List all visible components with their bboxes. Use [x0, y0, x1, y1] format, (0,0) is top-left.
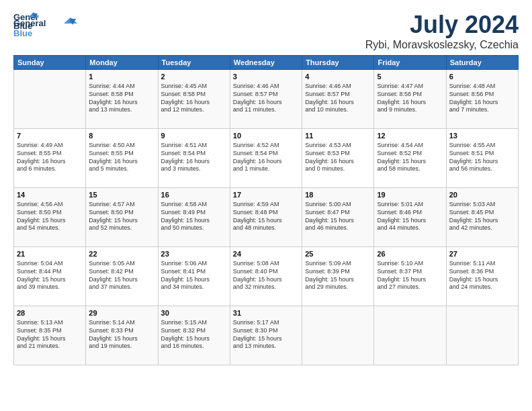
day-info: Sunrise: 5:10 AMSunset: 8:37 PMDaylight:… — [377, 260, 443, 292]
day-number: 10 — [233, 131, 299, 141]
week-row-5: 28Sunrise: 5:13 AMSunset: 8:35 PMDayligh… — [14, 306, 519, 365]
day-number: 2 — [161, 72, 227, 82]
calendar-cell: 26Sunrise: 5:10 AMSunset: 8:37 PMDayligh… — [374, 247, 446, 306]
day-info: Sunrise: 5:03 AMSunset: 8:45 PMDaylight:… — [449, 201, 515, 233]
day-info: Sunrise: 4:45 AMSunset: 8:58 PMDaylight:… — [161, 83, 227, 115]
day-info: Sunrise: 5:04 AMSunset: 8:44 PMDaylight:… — [17, 260, 83, 292]
day-info: Sunrise: 5:09 AMSunset: 8:39 PMDaylight:… — [305, 260, 371, 292]
day-number: 17 — [233, 190, 299, 200]
day-info: Sunrise: 5:13 AMSunset: 8:35 PMDaylight:… — [17, 319, 83, 351]
day-info: Sunrise: 4:53 AMSunset: 8:53 PMDaylight:… — [305, 142, 371, 174]
day-number: 31 — [233, 308, 299, 318]
calendar-cell — [374, 306, 446, 365]
day-info: Sunrise: 5:05 AMSunset: 8:42 PMDaylight:… — [89, 260, 154, 292]
col-thursday: Thursday — [302, 56, 374, 70]
calendar-cell: 8Sunrise: 4:50 AMSunset: 8:55 PMDaylight… — [86, 129, 158, 188]
day-info: Sunrise: 5:14 AMSunset: 8:33 PMDaylight:… — [89, 319, 154, 351]
calendar-cell: 24Sunrise: 5:08 AMSunset: 8:40 PMDayligh… — [230, 247, 302, 306]
calendar-cell — [302, 306, 374, 365]
calendar-cell: 10Sunrise: 4:52 AMSunset: 8:54 PMDayligh… — [230, 129, 302, 188]
day-number: 18 — [305, 190, 371, 200]
day-number: 22 — [89, 249, 154, 259]
subtitle: Rybi, Moravskoslezsky, Czechia — [365, 39, 519, 51]
day-number: 14 — [17, 190, 83, 200]
col-sunday: Sunday — [14, 56, 86, 70]
col-wednesday: Wednesday — [230, 56, 302, 70]
day-number: 29 — [89, 308, 154, 318]
day-number: 27 — [449, 249, 515, 259]
day-info: Sunrise: 4:47 AMSunset: 8:56 PMDaylight:… — [377, 83, 443, 115]
calendar-cell: 28Sunrise: 5:13 AMSunset: 8:35 PMDayligh… — [14, 306, 86, 365]
day-number: 20 — [449, 190, 515, 200]
day-info: Sunrise: 4:55 AMSunset: 8:51 PMDaylight:… — [449, 142, 515, 174]
day-number: 11 — [305, 131, 371, 141]
calendar-cell: 5Sunrise: 4:47 AMSunset: 8:56 PMDaylight… — [374, 70, 446, 129]
calendar-cell: 23Sunrise: 5:06 AMSunset: 8:41 PMDayligh… — [158, 247, 230, 306]
day-number: 12 — [377, 131, 443, 141]
day-number: 26 — [377, 249, 443, 259]
calendar-cell: 22Sunrise: 5:05 AMSunset: 8:42 PMDayligh… — [86, 247, 158, 306]
header-row: Sunday Monday Tuesday Wednesday Thursday… — [14, 56, 519, 70]
main-title: July 2024 — [365, 11, 519, 39]
day-info: Sunrise: 5:11 AMSunset: 8:36 PMDaylight:… — [449, 260, 515, 292]
calendar-cell: 29Sunrise: 5:14 AMSunset: 8:33 PMDayligh… — [86, 306, 158, 365]
col-tuesday: Tuesday — [158, 56, 230, 70]
calendar-cell: 4Sunrise: 4:46 AMSunset: 8:57 PMDaylight… — [302, 70, 374, 129]
calendar-cell: 7Sunrise: 4:49 AMSunset: 8:55 PMDaylight… — [14, 129, 86, 188]
page: General Blue General Blue July 2 — [0, 0, 532, 411]
day-number: 8 — [89, 131, 154, 141]
header: General Blue General Blue July 2 — [13, 11, 519, 51]
calendar-cell: 11Sunrise: 4:53 AMSunset: 8:53 PMDayligh… — [302, 129, 374, 188]
day-info: Sunrise: 4:56 AMSunset: 8:50 PMDaylight:… — [17, 201, 83, 233]
logo-icon: General Blue — [13, 11, 39, 35]
day-number: 7 — [17, 131, 83, 141]
calendar-cell: 25Sunrise: 5:09 AMSunset: 8:39 PMDayligh… — [302, 247, 374, 306]
day-number: 4 — [305, 72, 371, 82]
day-number: 9 — [161, 131, 227, 141]
day-number: 13 — [449, 131, 515, 141]
day-info: Sunrise: 5:17 AMSunset: 8:30 PMDaylight:… — [233, 319, 299, 351]
col-monday: Monday — [86, 56, 158, 70]
day-info: Sunrise: 4:51 AMSunset: 8:54 PMDaylight:… — [161, 142, 227, 174]
calendar-cell: 16Sunrise: 4:58 AMSunset: 8:49 PMDayligh… — [158, 188, 230, 247]
day-info: Sunrise: 4:58 AMSunset: 8:49 PMDaylight:… — [161, 201, 227, 233]
logo: General Blue General Blue — [13, 11, 94, 43]
day-info: Sunrise: 4:46 AMSunset: 8:57 PMDaylight:… — [233, 83, 299, 115]
day-info: Sunrise: 4:57 AMSunset: 8:50 PMDaylight:… — [89, 201, 154, 233]
day-number: 25 — [305, 249, 371, 259]
day-info: Sunrise: 5:08 AMSunset: 8:40 PMDaylight:… — [233, 260, 299, 292]
day-info: Sunrise: 4:50 AMSunset: 8:55 PMDaylight:… — [89, 142, 154, 174]
day-info: Sunrise: 4:48 AMSunset: 8:56 PMDaylight:… — [449, 83, 515, 115]
col-saturday: Saturday — [446, 56, 518, 70]
day-info: Sunrise: 5:01 AMSunset: 8:46 PMDaylight:… — [377, 201, 443, 233]
calendar-cell: 31Sunrise: 5:17 AMSunset: 8:30 PMDayligh… — [230, 306, 302, 365]
calendar-cell — [14, 70, 86, 129]
col-friday: Friday — [374, 56, 446, 70]
week-row-3: 14Sunrise: 4:56 AMSunset: 8:50 PMDayligh… — [14, 188, 519, 247]
day-info: Sunrise: 5:15 AMSunset: 8:32 PMDaylight:… — [161, 319, 227, 351]
week-row-4: 21Sunrise: 5:04 AMSunset: 8:44 PMDayligh… — [14, 247, 519, 306]
day-info: Sunrise: 4:44 AMSunset: 8:58 PMDaylight:… — [89, 83, 154, 115]
title-area: July 2024 Rybi, Moravskoslezsky, Czechia — [365, 11, 519, 51]
day-number: 23 — [161, 249, 227, 259]
day-number: 6 — [449, 72, 515, 82]
svg-text:Blue: Blue — [13, 21, 32, 31]
calendar-cell: 30Sunrise: 5:15 AMSunset: 8:32 PMDayligh… — [158, 306, 230, 365]
week-row-2: 7Sunrise: 4:49 AMSunset: 8:55 PMDaylight… — [14, 129, 519, 188]
day-info: Sunrise: 4:54 AMSunset: 8:52 PMDaylight:… — [377, 142, 443, 174]
day-number: 24 — [233, 249, 299, 259]
day-info: Sunrise: 4:52 AMSunset: 8:54 PMDaylight:… — [233, 142, 299, 174]
calendar-cell: 14Sunrise: 4:56 AMSunset: 8:50 PMDayligh… — [14, 188, 86, 247]
day-info: Sunrise: 4:59 AMSunset: 8:48 PMDaylight:… — [233, 201, 299, 233]
day-number: 21 — [17, 249, 83, 259]
calendar-table: Sunday Monday Tuesday Wednesday Thursday… — [13, 55, 519, 365]
day-info: Sunrise: 5:00 AMSunset: 8:47 PMDaylight:… — [305, 201, 371, 233]
calendar-cell: 19Sunrise: 5:01 AMSunset: 8:46 PMDayligh… — [374, 188, 446, 247]
day-number: 28 — [17, 308, 83, 318]
day-number: 1 — [89, 72, 154, 82]
day-info: Sunrise: 4:46 AMSunset: 8:57 PMDaylight:… — [305, 83, 371, 115]
day-number: 5 — [377, 72, 443, 82]
day-number: 30 — [161, 308, 227, 318]
calendar-cell: 15Sunrise: 4:57 AMSunset: 8:50 PMDayligh… — [86, 188, 158, 247]
day-number: 16 — [161, 190, 227, 200]
